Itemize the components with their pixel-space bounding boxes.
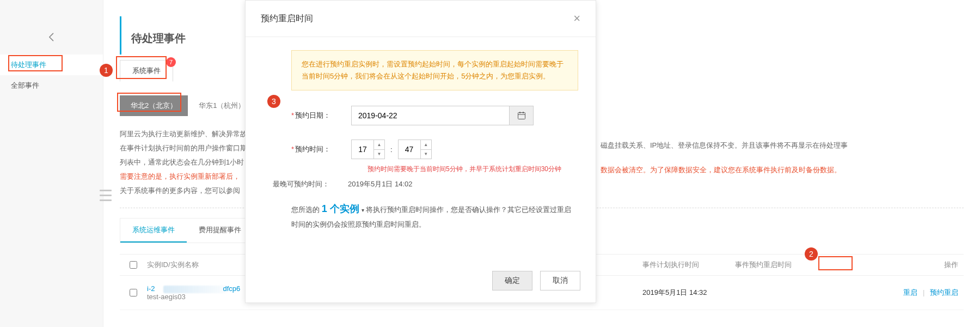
- minute-up[interactable]: ▲: [421, 140, 431, 150]
- calendar-icon: [517, 111, 526, 120]
- modal-alert: 您在进行预约重启实例时，需设置预约起始时间，每个实例的重启起始时间需要晚于当前时…: [291, 50, 578, 90]
- latest-label: 最晚可预约时间：: [273, 179, 348, 189]
- region-tab-beijing[interactable]: 华北2（北京）: [120, 95, 188, 116]
- minute-down[interactable]: ▼: [421, 150, 431, 159]
- svg-rect-0: [518, 113, 525, 119]
- doc-number-2: 2: [805, 247, 818, 261]
- confirm-text: 您所选的 1 个实例▾ 将执行预约重启时间操作，您是否确认操作？其它已经设置过重…: [291, 200, 578, 231]
- action-schedule-restart[interactable]: 预约重启: [930, 288, 958, 296]
- hour-input[interactable]: [352, 140, 373, 159]
- cancel-button[interactable]: 取消: [540, 271, 580, 290]
- instance-count-link[interactable]: 1 个实例: [322, 203, 359, 214]
- chevron-down-icon: ▾: [362, 205, 364, 215]
- ok-button[interactable]: 确定: [492, 271, 532, 290]
- hour-down[interactable]: ▼: [374, 150, 384, 159]
- modal-title: 预约重启时间: [261, 13, 313, 25]
- date-input-group: [351, 106, 534, 125]
- minute-input[interactable]: [399, 140, 420, 159]
- info-peek-line: 磁盘挂载关系、IP地址、登录信息保持不变。并且该事件将不再显示在待处理事: [601, 141, 848, 150]
- sub-tab-billing-events[interactable]: 费用提醒事件: [187, 219, 253, 243]
- th-ops: 操作: [817, 260, 964, 270]
- tab-label: 系统事件: [132, 66, 161, 75]
- info-peek-warning: 数据会被清空。为了保障数据安全，建议您在系统事件执行前及时备份数据。: [601, 165, 841, 175]
- time-colon: :: [390, 146, 393, 154]
- minute-spinner: ▲ ▼: [398, 140, 432, 159]
- chevron-left-icon: [46, 32, 57, 43]
- modal-close-button[interactable]: ×: [573, 13, 580, 25]
- doc-number-1: 1: [100, 64, 113, 77]
- calendar-button[interactable]: [509, 106, 533, 125]
- close-icon: ×: [573, 11, 580, 25]
- redacted-smudge: [163, 286, 228, 293]
- nav-pending-events[interactable]: 待处理事件: [0, 55, 103, 75]
- instance-id-prefix: i-2: [147, 284, 155, 293]
- time-label: *预约时间：: [291, 144, 351, 154]
- date-label: *预约日期：: [291, 111, 351, 120]
- hour-up[interactable]: ▲: [374, 140, 384, 150]
- nav-all-events[interactable]: 全部事件: [0, 75, 103, 96]
- tab-badge: 7: [166, 57, 176, 67]
- time-hint: 预约时间需要晚于当前时间5分钟，并早于系统计划重启时间30分钟: [367, 165, 578, 174]
- latest-value: 2019年5月1日 14:02: [348, 179, 413, 189]
- tab-system-events[interactable]: 系统事件 7: [120, 60, 173, 82]
- th-plan-time: 事件计划执行时间: [642, 260, 735, 270]
- select-all-checkbox[interactable]: [130, 261, 137, 269]
- sidebar: 待处理事件 全部事件: [0, 0, 103, 327]
- hour-spinner: ▲ ▼: [351, 140, 385, 159]
- row-checkbox[interactable]: [130, 289, 137, 296]
- sub-tab-ops-events[interactable]: 系统运维事件: [120, 219, 187, 243]
- hamburger-icon[interactable]: [98, 190, 113, 201]
- doc-number-3: 3: [267, 95, 280, 108]
- date-input[interactable]: [352, 106, 509, 125]
- back-button[interactable]: [41, 26, 63, 48]
- action-restart[interactable]: 重启: [903, 288, 917, 296]
- schedule-restart-modal: 预约重启时间 × 您在进行预约重启实例时，需设置预约起始时间，每个实例的重启起始…: [245, 0, 596, 303]
- cell-plan-time: 2019年5月1日 14:32: [642, 288, 735, 298]
- th-schedule-time: 事件预约重启时间: [735, 260, 817, 270]
